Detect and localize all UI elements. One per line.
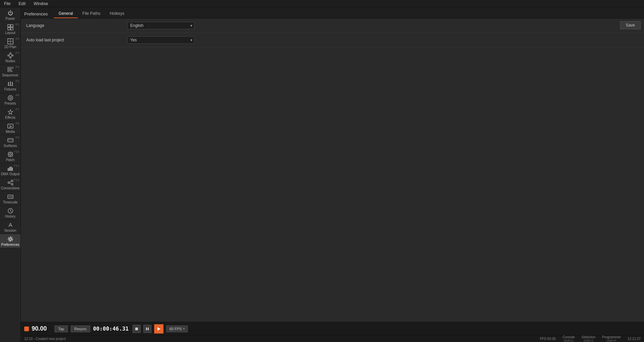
sidebar-label-timecode: Timecode bbox=[3, 200, 18, 204]
nodes-icon bbox=[7, 52, 13, 59]
selection-button[interactable]: Selection Shift+S bbox=[581, 335, 595, 342]
power-icon: ⏻ bbox=[8, 10, 13, 16]
svg-rect-38 bbox=[10, 166, 11, 171]
menu-file[interactable]: File bbox=[3, 1, 12, 7]
fixtures-icon bbox=[7, 81, 13, 87]
tab-hotkeys[interactable]: Hotkeys bbox=[105, 9, 129, 18]
sidebar-label-media: Media bbox=[6, 130, 15, 134]
shortcut-presets: F6 bbox=[15, 93, 19, 97]
fps-counter: FPS 60.00 bbox=[540, 337, 556, 341]
sidebar-label-history: History bbox=[5, 215, 15, 218]
sidebar-label-layout: Layout bbox=[5, 31, 15, 35]
timecode-icon bbox=[7, 194, 13, 200]
sidebar-label-presets: Presets bbox=[5, 102, 16, 105]
menu-bar: File Edit Window bbox=[0, 0, 644, 7]
svg-line-44 bbox=[9, 183, 11, 184]
tab-general[interactable]: General bbox=[54, 9, 78, 18]
console-label: Console bbox=[563, 335, 575, 339]
svg-rect-39 bbox=[12, 167, 13, 171]
dmxoutput-icon bbox=[7, 165, 13, 172]
sidebar-label-preferences: Preferences bbox=[1, 243, 20, 246]
sidebar-item-session[interactable]: Session bbox=[0, 220, 21, 234]
svg-rect-36 bbox=[8, 168, 9, 171]
save-button-wrapper: Save bbox=[620, 21, 641, 29]
svg-point-42 bbox=[11, 184, 13, 185]
selection-label: Selection bbox=[581, 335, 595, 339]
play-button[interactable] bbox=[154, 324, 164, 334]
clock-display: 12:11:37 bbox=[628, 337, 641, 341]
presets-icon bbox=[7, 95, 13, 101]
page-title: Preferences bbox=[24, 11, 48, 16]
svg-point-26 bbox=[9, 97, 11, 99]
svg-line-11 bbox=[9, 54, 10, 55]
svg-line-12 bbox=[11, 54, 12, 55]
sidebar-item-timecode[interactable]: Timecode bbox=[0, 192, 21, 206]
time-display: 00:00:46.31 bbox=[93, 326, 130, 332]
console-button[interactable]: Console Shift+C bbox=[563, 335, 575, 342]
save-button[interactable]: Save bbox=[620, 21, 641, 29]
tap-button[interactable]: Tap bbox=[55, 326, 68, 332]
sidebar-item-sequencer[interactable]: F4 Sequencer bbox=[0, 65, 21, 79]
sidebar-item-connections[interactable]: F12 Connections bbox=[0, 178, 21, 192]
patch-icon bbox=[7, 151, 13, 157]
history-icon bbox=[7, 208, 13, 214]
sidebar-item-dmxoutput[interactable]: F11 DMX Output bbox=[0, 163, 21, 178]
language-select-wrapper: English French German Spanish Japanese bbox=[127, 22, 194, 29]
sidebar-item-fixtures[interactable]: F5 Fixtures bbox=[0, 79, 21, 93]
sidebar-item-layout[interactable]: F1 Layout bbox=[0, 22, 21, 36]
bpm-display: 90.00 bbox=[32, 325, 52, 332]
tab-filepaths[interactable]: File Paths bbox=[78, 9, 105, 18]
sidebar-item-surfaces[interactable]: F9 Surfaces bbox=[0, 135, 21, 149]
fps-dropdown-arrow: ▾ bbox=[183, 327, 185, 331]
sidebar-item-effects[interactable]: F7 Effects bbox=[0, 107, 21, 121]
autoload-select[interactable]: Yes No bbox=[127, 36, 194, 44]
selection-shortcut: Shift+S bbox=[583, 339, 593, 342]
sidebar-label-connections: Connections bbox=[1, 186, 20, 190]
svg-line-13 bbox=[9, 55, 10, 57]
sidebar-label-patch: Patch bbox=[6, 158, 15, 162]
setting-row-autoload: Auto load last project Yes No bbox=[21, 33, 644, 47]
sidebar-item-history[interactable]: History bbox=[0, 206, 21, 220]
preferences-icon bbox=[7, 236, 13, 242]
sidebar-item-media[interactable]: F8 Media bbox=[0, 121, 21, 135]
svg-point-8 bbox=[10, 53, 11, 54]
svg-point-40 bbox=[8, 182, 9, 184]
autoload-select-wrapper: Yes No bbox=[127, 36, 194, 44]
svg-rect-0 bbox=[8, 25, 10, 27]
sidebar-label-effects: Effects bbox=[5, 116, 15, 119]
svg-point-7 bbox=[8, 55, 9, 56]
menu-window[interactable]: Window bbox=[32, 1, 49, 7]
content-header: Preferences General File Paths Hotkeys bbox=[21, 7, 644, 18]
connections-icon bbox=[7, 180, 13, 186]
sidebar-item-presets[interactable]: F6 Presets bbox=[0, 93, 21, 107]
sidebar-item-preferences[interactable]: Preferences bbox=[0, 234, 21, 248]
sidebar-item-power[interactable]: ⏻ Power bbox=[0, 8, 21, 22]
2dplan-icon bbox=[7, 38, 13, 44]
svg-rect-16 bbox=[8, 69, 11, 70]
svg-rect-1 bbox=[11, 25, 13, 27]
pause-button[interactable] bbox=[143, 325, 151, 333]
sidebar-label-sequencer: Sequencer bbox=[2, 73, 18, 77]
stop-button[interactable] bbox=[133, 325, 141, 333]
language-select[interactable]: English French German Spanish Japanese bbox=[127, 22, 194, 29]
resync-button[interactable]: Resync bbox=[71, 326, 91, 332]
programmer-button[interactable]: Programmer Shift+P bbox=[602, 335, 621, 342]
svg-line-14 bbox=[11, 55, 12, 57]
sidebar-item-nodes[interactable]: F3 Nodes bbox=[0, 50, 21, 65]
svg-point-31 bbox=[9, 153, 11, 155]
svg-rect-55 bbox=[148, 328, 149, 330]
sidebar-item-2dplan[interactable]: F2 2D Plan bbox=[0, 36, 21, 50]
programmer-shortcut: Shift+P bbox=[607, 339, 616, 342]
shortcut-fixtures: F5 bbox=[15, 79, 19, 83]
console-shortcut: Shift+C bbox=[564, 339, 574, 342]
shortcut-sequencer: F4 bbox=[15, 65, 19, 69]
status-right: FPS 60.00 Console Shift+C Selection Shif… bbox=[540, 335, 641, 342]
stop-indicator[interactable] bbox=[24, 327, 29, 331]
svg-rect-2 bbox=[8, 28, 10, 30]
tabs-row: General File Paths Hotkeys bbox=[54, 9, 129, 18]
sidebar-item-patch[interactable]: F10 Patch bbox=[0, 149, 21, 163]
fps-selector[interactable]: 60 FPS ▾ bbox=[166, 326, 188, 332]
sidebar-label-dmxoutput: DMX Output bbox=[1, 172, 20, 176]
shortcut-patch: F10 bbox=[14, 150, 19, 153]
menu-edit[interactable]: Edit bbox=[17, 1, 27, 7]
